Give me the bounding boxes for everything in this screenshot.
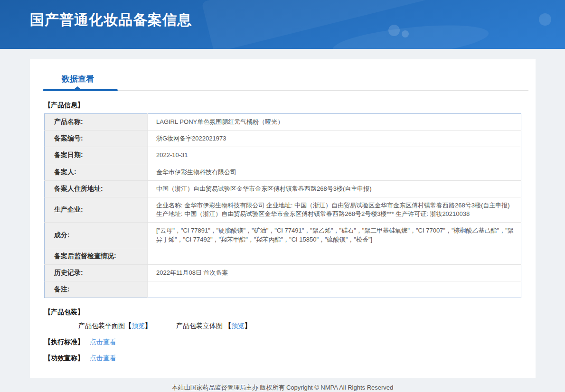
table-row: 备案人住所地址: 中国（浙江）自由贸易试验区金华市金东区傅村镇常春西路268号3…: [45, 180, 521, 197]
packaging-3d-label: 产品包装立体图: [176, 322, 223, 329]
table-row: 产品名称: LAGIRL PONY单色氛围腮红元气橘粉（哑光）: [45, 114, 521, 131]
bracket-close: 】: [145, 322, 151, 329]
standards-title: 【执行标准】: [44, 338, 84, 345]
info-row-label: 备案编号:: [45, 131, 148, 147]
section-packaging-title: 【产品包装】: [44, 308, 521, 317]
tab-underline-track: [43, 90, 528, 91]
info-row-label: 历史记录:: [45, 264, 148, 281]
table-row: 成分: ["云母"，"CI 77891"，"硬脂酸镁"，"矿油"，"CI 774…: [45, 223, 521, 248]
info-row-label: 成分:: [45, 223, 148, 248]
info-row-value: 金华市伊彩生物科技有限公司: [148, 164, 521, 180]
info-row-value: LAGIRL PONY单色氛围腮红元气橘粉（哑光）: [148, 114, 521, 131]
info-row-label: 备注:: [45, 281, 148, 298]
section-efficacy: 【功效宣称】点击查看: [44, 354, 521, 363]
info-row-value: 2022年11月08日 首次备案: [148, 264, 521, 281]
info-row-value: 浙G妆网备字2022021973: [148, 131, 521, 147]
packaging-flat-preview-link[interactable]: 预览: [132, 322, 145, 329]
bracket-open: 【: [125, 322, 132, 329]
packaging-flat-label: 产品包装平面图: [78, 322, 125, 329]
info-row-label: 备案人住所地址:: [45, 180, 148, 197]
table-row: 生产企业: 企业名称: 金华市伊彩生物科技有限公司 企业地址: 中国（浙江）自由…: [45, 197, 521, 222]
info-row-label: 备案人:: [45, 164, 148, 180]
table-row: 备案后监督检查情况:: [45, 248, 521, 264]
page-header: 国产普通化妆品备案信息: [0, 0, 565, 49]
info-row-value: [148, 281, 521, 298]
efficacy-title: 【功效宣称】: [44, 354, 84, 362]
packaging-3d-preview-link[interactable]: 预览: [231, 322, 245, 329]
packaging-item-flat: 产品包装平面图【预览】: [78, 322, 151, 330]
info-row-label: 生产企业:: [45, 197, 148, 222]
product-info-table: 产品名称: LAGIRL PONY单色氛围腮红元气橘粉（哑光） 备案编号: 浙G…: [44, 113, 521, 298]
packaging-item-3d: 产品包装立体图【预览】: [176, 322, 251, 330]
table-row: 备案编号: 浙G妆网备字2022021973: [45, 131, 521, 147]
info-row-label: 产品名称:: [45, 114, 148, 131]
page-footer: 本站由国家药品监督管理局主办 版权所有 Copyright © NMPA All…: [0, 378, 565, 392]
tab-arrow-icon: [74, 86, 81, 89]
standards-view-link[interactable]: 点击查看: [90, 338, 116, 345]
info-row-label: 备案后监督检查情况:: [45, 248, 148, 264]
bracket-close: 】: [245, 322, 251, 329]
table-row: 备案人: 金华市伊彩生物科技有限公司: [45, 164, 521, 180]
section-standards: 【执行标准】点击查看: [44, 338, 521, 346]
packaging-items: 产品包装平面图【预览】 产品包装立体图【预览】: [78, 322, 521, 330]
info-row-value: 中国（浙江）自由贸易试验区金华市金东区傅村镇常春西路268号3楼(自主申报): [148, 180, 521, 197]
decorative-dot: [402, 30, 409, 37]
info-row-value: 2022-10-31: [148, 147, 521, 164]
info-row-label: 备案日期:: [45, 147, 148, 164]
bracket-open: 【: [225, 322, 231, 329]
table-row: 备案日期: 2022-10-31: [45, 147, 521, 164]
page-title: 国产普通化妆品备案信息: [30, 10, 192, 30]
info-row-value: 企业名称: 金华市伊彩生物科技有限公司 企业地址: 中国（浙江）自由贸易试验区金…: [148, 197, 521, 222]
efficacy-view-link[interactable]: 点击查看: [90, 354, 116, 362]
section-product-info-title: 【产品信息】: [44, 101, 521, 110]
table-row: 备注:: [45, 281, 521, 298]
tab-bar: 数据查看: [30, 59, 536, 91]
content-card: 数据查看 【产品信息】 产品名称: LAGIRL PONY单色氛围腮红元气橘粉（…: [30, 59, 536, 378]
table-row: 历史记录: 2022年11月08日 首次备案: [45, 264, 521, 281]
info-row-value: [148, 248, 521, 264]
decorative-ellipse: [331, 19, 490, 49]
decorative-dot: [388, 25, 400, 36]
tab-underline-active: [43, 89, 118, 91]
decorative-dot: [539, 13, 551, 26]
info-row-value: ["云母"，"CI 77891"，"硬脂酸镁"，"矿油"，"CI 77491"，…: [148, 223, 521, 248]
